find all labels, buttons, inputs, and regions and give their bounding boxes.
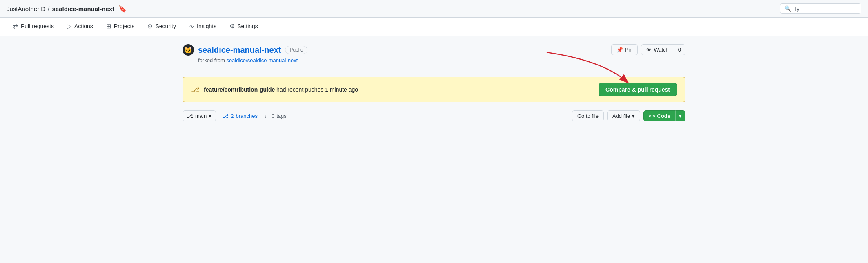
pull-requests-icon: ⇄ [13, 22, 18, 30]
tag-count-number: 0 [272, 113, 274, 119]
repo-actions: 📌 Pin 👁 Watch 0 [611, 44, 685, 55]
current-branch-label: main [195, 113, 207, 119]
notice-left: ⎇ feature/contribution-guide had recent … [191, 85, 358, 94]
branch-bar-left: ⎇ main ▾ ⎇ 2 branches 🏷 0 tags [183, 110, 287, 121]
branches-label: branches [236, 113, 257, 119]
chevron-down-icon: ▾ [209, 113, 211, 119]
breadcrumb-repo[interactable]: sealdice-manual-next [52, 5, 115, 12]
search-box[interactable]: 🔍 Ty [780, 3, 861, 14]
repo-nav: ⇄ Pull requests ▷ Actions ⊞ Projects ⊙ S… [0, 18, 868, 36]
code-chevron-icon: ▾ [679, 113, 682, 119]
branch-count-icon: ⎇ [223, 113, 229, 119]
code-button[interactable]: <> Code ▾ [643, 110, 685, 121]
notice-container: ⎇ feature/contribution-guide had recent … [183, 77, 685, 102]
visibility-badge: Public [285, 46, 307, 54]
search-icon: 🔍 [784, 5, 791, 12]
nav-label-security: Security [155, 23, 176, 29]
branch-count-number: 2 [231, 113, 234, 119]
code-main[interactable]: <> Code [643, 110, 675, 121]
notice-message: had recent pushes 1 minute ago [276, 86, 358, 93]
settings-icon: ⚙ [229, 22, 235, 30]
bookmark-icon[interactable]: 🔖 [118, 5, 127, 13]
security-icon: ⊙ [147, 22, 153, 30]
branch-bar: ⎇ main ▾ ⎇ 2 branches 🏷 0 tags Go to fil… [183, 110, 685, 121]
tags-link[interactable]: 🏷 0 tags [264, 113, 287, 119]
add-file-button[interactable]: Add file ▾ [607, 110, 640, 121]
nav-label-settings: Settings [237, 23, 258, 29]
fork-link[interactable]: sealdice/sealdice-manual-next [226, 57, 298, 63]
pin-button[interactable]: 📌 Pin [611, 44, 638, 55]
pin-label: Pin [625, 47, 633, 53]
breadcrumb-separator: / [48, 5, 49, 12]
repo-name[interactable]: sealdice-manual-next [198, 45, 281, 55]
insights-icon: ∿ [189, 22, 194, 30]
divider [183, 70, 685, 70]
add-file-label: Add file [612, 113, 630, 119]
branch-selector[interactable]: ⎇ main ▾ [183, 110, 216, 121]
code-label: Code [657, 113, 671, 119]
repo-title-section: 🐱 sealdice-manual-next Public forked fro… [183, 44, 307, 63]
notice-branch-name: feature/contribution-guide [204, 86, 275, 93]
nav-item-actions[interactable]: ▷ Actions [60, 18, 100, 36]
watch-main[interactable]: 👁 Watch [641, 45, 674, 55]
nav-item-security[interactable]: ⊙ Security [141, 18, 183, 36]
watch-button[interactable]: 👁 Watch 0 [641, 44, 685, 55]
code-icon: <> [649, 113, 655, 119]
nav-item-projects[interactable]: ⊞ Projects [100, 18, 141, 36]
fork-label: forked from [198, 57, 225, 63]
breadcrumb: JustAnotherID / sealdice-manual-next 🔖 [7, 5, 127, 13]
branch-bar-right: Go to file Add file ▾ <> Code ▾ [572, 110, 685, 121]
nav-item-settings[interactable]: ⚙ Settings [223, 18, 265, 36]
search-placeholder: Ty [794, 6, 799, 12]
nav-label-pull-requests: Pull requests [21, 23, 54, 29]
avatar: 🐱 [183, 44, 194, 56]
watch-count: 0 [674, 45, 685, 55]
projects-icon: ⊞ [106, 22, 111, 30]
go-to-file-button[interactable]: Go to file [572, 110, 604, 121]
main-content: 🐱 sealdice-manual-next Public forked fro… [173, 36, 695, 130]
eye-icon: 👁 [646, 47, 652, 53]
pin-icon: 📌 [617, 47, 623, 53]
repo-header: 🐱 sealdice-manual-next Public forked fro… [183, 44, 685, 63]
code-dropdown-button[interactable]: ▾ [675, 110, 685, 121]
repo-title-row: 🐱 sealdice-manual-next Public [183, 44, 307, 56]
top-bar: JustAnotherID / sealdice-manual-next 🔖 🔍… [0, 0, 868, 18]
branches-link[interactable]: ⎇ 2 branches [223, 113, 258, 119]
compare-pull-request-button[interactable]: Compare & pull request [599, 83, 677, 96]
tags-label: tags [276, 113, 287, 119]
breadcrumb-owner[interactable]: JustAnotherID [7, 5, 45, 12]
nav-item-pull-requests[interactable]: ⇄ Pull requests [7, 18, 60, 36]
actions-icon: ▷ [67, 22, 72, 30]
add-file-chevron-icon: ▾ [632, 113, 635, 119]
nav-label-insights: Insights [197, 23, 216, 29]
notice-banner: ⎇ feature/contribution-guide had recent … [183, 77, 685, 102]
branch-selector-icon: ⎇ [187, 113, 193, 119]
tag-icon: 🏷 [264, 113, 269, 119]
fork-from-text: forked from sealdice/sealdice-manual-nex… [183, 57, 307, 63]
watch-label: Watch [654, 47, 668, 53]
branch-icon: ⎇ [191, 85, 200, 94]
nav-label-actions: Actions [74, 23, 93, 29]
nav-label-projects: Projects [114, 23, 135, 29]
nav-item-insights[interactable]: ∿ Insights [183, 18, 223, 36]
